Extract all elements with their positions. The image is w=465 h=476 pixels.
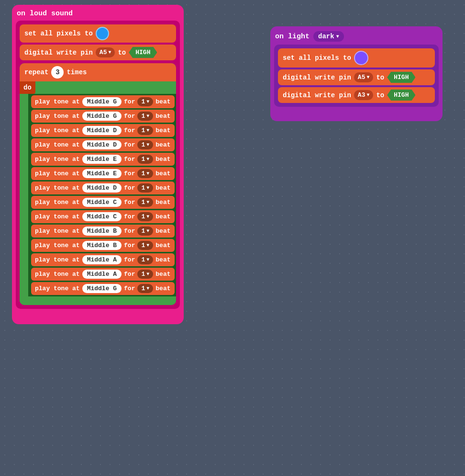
- beat-num-8[interactable]: 1▼: [137, 212, 153, 221]
- beat-num-9[interactable]: 1▼: [137, 227, 153, 236]
- beat-num-6[interactable]: 1▼: [137, 183, 153, 193]
- beat-num-2[interactable]: 1▼: [137, 126, 153, 135]
- high-badge-right-2[interactable]: HIGH: [387, 90, 415, 101]
- note-bubble-8[interactable]: Middle C: [82, 212, 122, 221]
- play-tone-row-12: play tone at Middle A for 1▼ beat: [31, 268, 175, 281]
- play-tone-row-3: play tone at Middle D for 1▼ beat: [31, 138, 175, 151]
- color-circle-purple[interactable]: [354, 51, 368, 65]
- do-label: do: [20, 81, 35, 94]
- note-bubble-0[interactable]: Middle G: [82, 97, 122, 106]
- digital-write-row-right-2: digital write pin A3 ▼ to HIGH: [278, 87, 435, 103]
- high-badge-right-1[interactable]: HIGH: [387, 72, 415, 83]
- play-tone-row-7: play tone at Middle C for 1▼ beat: [31, 196, 175, 209]
- beat-num-5[interactable]: 1▼: [137, 169, 153, 178]
- digital-write-label-right-2: digital write pin: [283, 91, 351, 99]
- play-tone-row-13: play tone at Middle G for 1▼ beat: [31, 282, 175, 295]
- note-bubble-12[interactable]: Middle A: [82, 270, 122, 279]
- play-tone-row-6: play tone at Middle D for 1▼ beat: [31, 181, 175, 194]
- beat-num-13[interactable]: 1▼: [137, 284, 153, 293]
- repeat-inner-body: play tone at Middle G for 1▼ beat play t…: [28, 94, 176, 296]
- play-tone-row-9: play tone at Middle B for 1▼ beat: [31, 225, 175, 238]
- play-tone-row-10: play tone at Middle B for 1▼ beat: [31, 239, 175, 252]
- note-bubble-2[interactable]: Middle D: [82, 126, 122, 135]
- set-pixels-label-1: set all pixels to: [24, 30, 93, 37]
- note-bubble-9[interactable]: Middle B: [82, 227, 122, 236]
- digital-write-label-1: digital write pin: [24, 49, 93, 57]
- color-circle-blue[interactable]: [96, 27, 109, 40]
- hat-label-loud-sound: on loud sound: [16, 9, 180, 21]
- high-badge-1[interactable]: HIGH: [129, 47, 157, 58]
- repeat-footer: [20, 296, 176, 305]
- beat-num-4[interactable]: 1▼: [137, 155, 153, 164]
- times-label: times: [66, 68, 87, 76]
- set-pixels-row-right: set all pixels to: [278, 48, 435, 68]
- beat-num-0[interactable]: 1▼: [137, 97, 153, 106]
- pin-a3-dropdown-right[interactable]: A3 ▼: [354, 90, 374, 100]
- beat-num-1[interactable]: 1▼: [137, 112, 153, 121]
- note-bubble-7[interactable]: Middle C: [82, 198, 122, 207]
- beat-num-12[interactable]: 1▼: [137, 270, 153, 279]
- on-loud-sound-block: on loud sound set all pixels to digital …: [12, 5, 184, 324]
- digital-write-label-right-1: digital write pin: [283, 74, 351, 81]
- play-tone-row-5: play tone at Middle E for 1▼ beat: [31, 167, 175, 180]
- note-bubble-10[interactable]: Middle B: [82, 241, 122, 250]
- repeat-header: repeat 3 times: [20, 63, 176, 81]
- digital-write-row-right-1: digital write pin A5 ▼ to HIGH: [278, 69, 435, 85]
- play-tone-row-4: play tone at Middle E for 1▼ beat: [31, 153, 175, 166]
- play-tone-row-11: play tone at Middle A for 1▼ beat: [31, 253, 175, 266]
- to-label-right-2: to: [376, 91, 384, 99]
- play-tone-row-8: play tone at Middle C for 1▼ beat: [31, 210, 175, 223]
- note-bubble-5[interactable]: Middle E: [82, 169, 122, 178]
- beat-num-11[interactable]: 1▼: [137, 255, 153, 264]
- to-label-right-1: to: [376, 74, 384, 81]
- dark-dropdown[interactable]: dark ▼: [313, 31, 344, 42]
- beat-num-7[interactable]: 1▼: [137, 198, 153, 207]
- play-tone-row-2: play tone at Middle D for 1▼ beat: [31, 124, 175, 137]
- note-bubble-11[interactable]: Middle A: [82, 255, 122, 264]
- note-bubble-13[interactable]: Middle G: [82, 284, 122, 293]
- repeat-block: repeat 3 times do: [20, 63, 176, 305]
- pin-a5-dropdown-right[interactable]: A5 ▼: [354, 72, 374, 82]
- on-light-block: on light dark ▼ set all pixels to digita: [270, 26, 443, 121]
- repeat-label: repeat: [24, 68, 48, 76]
- note-bubble-6[interactable]: Middle D: [82, 183, 122, 193]
- digital-write-row-1: digital write pin A5 ▼ to HIGH: [20, 45, 176, 60]
- pin-a5-dropdown-1[interactable]: A5 ▼: [96, 47, 115, 57]
- note-bubble-4[interactable]: Middle E: [82, 155, 122, 164]
- play-tone-row-0: play tone at Middle G for 1▼ beat: [31, 95, 175, 108]
- repeat-count[interactable]: 3: [51, 66, 64, 79]
- beat-num-10[interactable]: 1▼: [137, 241, 153, 250]
- set-pixels-row-1: set all pixels to: [20, 24, 176, 43]
- to-label-1: to: [118, 49, 126, 57]
- note-bubble-3[interactable]: Middle D: [82, 140, 122, 149]
- note-bubble-1[interactable]: Middle G: [82, 112, 122, 121]
- set-pixels-label-right: set all pixels to: [283, 54, 351, 62]
- beat-num-3[interactable]: 1▼: [137, 140, 153, 149]
- hat-label-light: on light: [275, 33, 310, 41]
- play-tone-row-1: play tone at Middle G for 1▼ beat: [31, 110, 175, 123]
